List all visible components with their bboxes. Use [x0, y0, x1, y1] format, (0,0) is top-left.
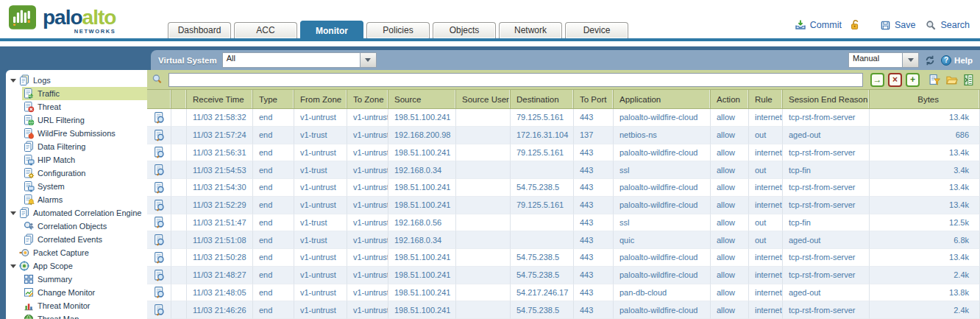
tab-monitor[interactable]: Monitor [300, 21, 363, 41]
sidebar-item-app-scope[interactable]: App Scope [6, 259, 147, 273]
tree-expander-icon[interactable] [9, 79, 18, 83]
log-detail-button[interactable] [147, 161, 171, 179]
sidebar-item-label: Correlated Events [38, 235, 105, 244]
column-header-rule[interactable]: Rule [749, 90, 783, 108]
export-spreadsheet-icon [962, 74, 975, 86]
sidebar-item-correlated-events[interactable]: Correlated Events [6, 233, 147, 246]
wildfire-icon [22, 127, 35, 139]
column-header-action[interactable]: Action [711, 90, 749, 108]
summary-icon [22, 273, 35, 285]
log-detail-button[interactable] [147, 109, 171, 127]
sidebar-item-label: Threat [38, 102, 64, 111]
cell-bytes: 13.4k [870, 144, 980, 162]
log-detail-button[interactable] [147, 179, 171, 197]
save-filter-button[interactable] [928, 74, 941, 86]
sidebar-item-automated-correlation-engine[interactable]: Automated Correlation Engine [6, 206, 147, 220]
cell-type: end [253, 144, 294, 162]
log-detail-button[interactable] [147, 127, 171, 144]
apply-filter-button[interactable]: → [870, 73, 884, 87]
sidebar-item-alarms[interactable]: Alarms [6, 193, 147, 206]
cell-to-zone: v1-untrust [347, 197, 388, 214]
column-header-session-end-reason[interactable]: Session End Reason [783, 90, 870, 108]
cell-session-end-reason: tcp-fin [783, 161, 870, 179]
log-detail-button[interactable] [147, 144, 171, 162]
load-filter-button[interactable] [945, 74, 958, 86]
sidebar-item-label: System [38, 182, 68, 191]
cell-bytes: 2.4k [870, 267, 980, 284]
sidebar-item-change-monitor[interactable]: Change Monitor [6, 286, 147, 299]
log-detail-button[interactable] [147, 301, 171, 319]
tab-acc[interactable]: ACC [234, 22, 297, 38]
tab-network[interactable]: Network [499, 22, 562, 38]
tree-expander-icon[interactable] [9, 264, 18, 268]
cell-destination: 54.75.238.5 [511, 301, 574, 319]
commit-button[interactable]: Commit [795, 19, 842, 31]
save-button[interactable]: Save [880, 20, 916, 31]
tab-dashboard[interactable]: Dashboard [168, 22, 231, 38]
sidebar-item-logs[interactable]: Logs [6, 74, 147, 87]
column-header-to-zone[interactable]: To Zone [347, 90, 388, 108]
log-flags-cell [171, 127, 187, 144]
help-button[interactable]: ? Help [941, 55, 973, 66]
column-header-from-zone[interactable]: From Zone [294, 90, 347, 108]
chevron-down-icon[interactable] [902, 53, 918, 67]
tab-device[interactable]: Device [565, 22, 628, 38]
virtual-system-select[interactable]: All [222, 52, 377, 68]
cell-session-end-reason: aged-out [783, 284, 870, 302]
sidebar-item-url-filtering[interactable]: URL Filtering [6, 113, 147, 127]
clear-filter-button[interactable]: × [888, 73, 902, 87]
sidebar-item-threat-monitor[interactable]: Threat Monitor [6, 299, 147, 312]
log-detail-button[interactable] [147, 214, 171, 232]
sidebar-item-summary[interactable]: Summary [6, 273, 147, 286]
log-detail-button[interactable] [147, 267, 171, 284]
log-detail-button[interactable] [147, 249, 171, 267]
column-header-bytes[interactable]: Bytes [870, 90, 980, 108]
cell-application: paloalto-wildfire-cloud [614, 301, 711, 319]
cell-to-zone: v1-untrust [347, 161, 388, 179]
cell-receive-time: 11/03 21:48:05 [187, 284, 253, 302]
column-header-destination[interactable]: Destination [511, 90, 574, 108]
sidebar-item-system[interactable]: System [6, 180, 147, 193]
column-header-type[interactable]: Type [253, 90, 294, 108]
sidebar-item-wildfire-submissions[interactable]: WildFire Submissions [6, 127, 147, 140]
chevron-down-icon[interactable] [360, 53, 376, 67]
sidebar-item-threat-map[interactable]: Threat Map [6, 312, 147, 319]
column-header-source-user[interactable]: Source User [456, 90, 511, 108]
sidebar-item-label: Data Filtering [38, 142, 88, 151]
sidebar-item-data-filtering[interactable]: Data Filtering [6, 140, 147, 153]
cell-from-zone: v1-trust [294, 214, 347, 232]
tab-objects[interactable]: Objects [433, 22, 496, 38]
column-header-source[interactable]: Source [388, 90, 456, 108]
tab-policies[interactable]: Policies [366, 22, 430, 38]
log-detail-icon [153, 199, 166, 211]
sidebar-item-threat[interactable]: Threat [6, 100, 147, 113]
sidebar-item-configuration[interactable]: Configuration [6, 166, 147, 180]
lock-icon[interactable] [849, 19, 861, 31]
refresh-mode-select[interactable]: Manual [848, 52, 919, 68]
export-button[interactable] [962, 74, 975, 86]
log-flags-cell [171, 161, 187, 179]
log-detail-button[interactable] [147, 197, 171, 214]
log-detail-button[interactable] [147, 284, 171, 302]
cell-source: 192.168.200.98 [388, 127, 456, 144]
cell-to-port: 443 [574, 231, 614, 249]
correlated-events-icon [22, 234, 35, 245]
log-detail-icon [153, 286, 166, 298]
cell-source-user [456, 144, 511, 162]
column-header-application[interactable]: Application [614, 90, 711, 108]
sidebar-item-packet-capture[interactable]: Packet Capture [6, 246, 147, 259]
log-filter-input[interactable] [168, 73, 863, 87]
commit-icon [795, 19, 806, 31]
cell-destination [511, 214, 574, 232]
sidebar-item-hip-match[interactable]: HIP Match [6, 153, 147, 166]
search-button[interactable]: Search [926, 20, 970, 31]
log-detail-button[interactable] [147, 231, 171, 249]
log-detail-icon [153, 181, 166, 194]
sidebar-item-correlation-objects[interactable]: Correlation Objects [6, 220, 147, 233]
add-filter-button[interactable]: + [906, 73, 920, 87]
column-header-receive-time[interactable]: Receive Time [187, 90, 253, 108]
column-header-to-port[interactable]: To Port [574, 90, 614, 108]
tree-expander-icon[interactable] [9, 211, 18, 215]
refresh-icon[interactable] [924, 55, 936, 66]
sidebar-item-traffic[interactable]: Traffic [6, 87, 147, 100]
